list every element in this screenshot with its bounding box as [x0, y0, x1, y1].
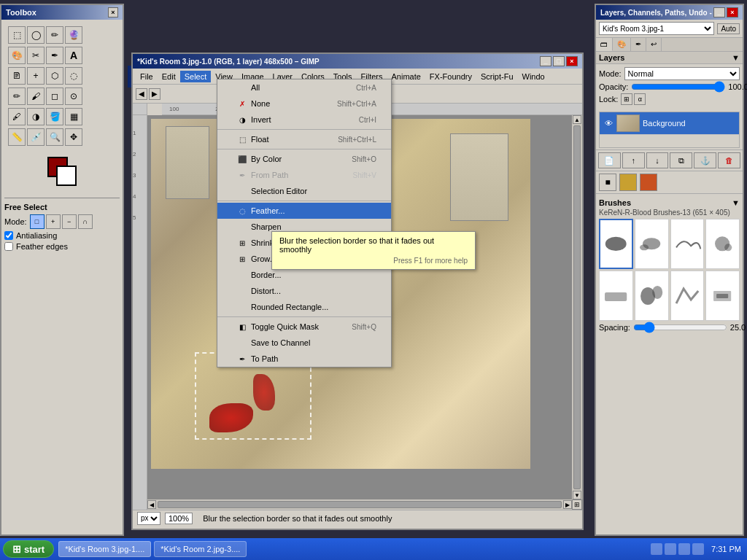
unit-select[interactable]: px: [137, 512, 160, 525]
color-accent1[interactable]: [619, 174, 637, 191]
tool-measure[interactable]: 📏: [8, 128, 26, 146]
canvas-expand-btn[interactable]: ⊞: [572, 499, 582, 510]
move-layer-up-btn[interactable]: ↑: [622, 152, 645, 168]
brushes-expand-btn[interactable]: ▼: [732, 198, 740, 207]
menu-select-to-path[interactable]: ✒ To Path: [217, 351, 391, 367]
tab-paths[interactable]: ✒: [631, 38, 646, 51]
layers-minimize-btn[interactable]: _: [713, 7, 725, 18]
tool-pencil[interactable]: ✏: [8, 88, 26, 105]
menu-scriptfu[interactable]: Script-Fu: [476, 71, 518, 82]
start-button[interactable]: ⊞ start: [3, 540, 54, 558]
gimp-maximize-btn[interactable]: □: [553, 56, 565, 66]
tool-paint[interactable]: 🖌: [27, 88, 44, 105]
menu-select-none[interactable]: ✗ None Shift+Ctrl+A: [217, 96, 391, 112]
spacing-slider[interactable]: [633, 323, 727, 332]
tool-colorpicker[interactable]: 💉: [27, 128, 44, 146]
scrollbar-vertical[interactable]: ▲ ▼: [572, 115, 582, 499]
menu-select-save-channel[interactable]: Save to Channel: [217, 335, 391, 351]
brush-cell-5[interactable]: [599, 271, 633, 321]
brush-cell-2[interactable]: [635, 219, 669, 269]
mode-intersect[interactable]: ∩: [78, 214, 93, 229]
menu-select[interactable]: Select: [180, 71, 212, 82]
scrollbar-horizontal[interactable]: ◀ ▶: [147, 499, 572, 510]
brush-cell-7[interactable]: [670, 271, 705, 321]
tool-free-select[interactable]: ✏: [46, 26, 63, 44]
tool-fuzzy-select[interactable]: 🔮: [65, 26, 82, 44]
layer-mode-select[interactable]: Normal: [624, 67, 740, 80]
brush-cell-4[interactable]: [705, 219, 740, 269]
mode-add[interactable]: +: [46, 214, 61, 229]
brush-cell-6[interactable]: [635, 271, 669, 321]
move-layer-down-btn[interactable]: ↓: [646, 152, 669, 168]
scrollbar-v-thumb[interactable]: [573, 125, 581, 489]
menu-windo[interactable]: Windo: [518, 71, 549, 82]
menu-select-float[interactable]: ⬚ Float Shift+Ctrl+L: [217, 131, 391, 147]
toolbar-btn1[interactable]: ◀: [136, 88, 147, 100]
tool-paths[interactable]: ✒: [46, 47, 63, 64]
menu-edit[interactable]: Edit: [158, 71, 180, 82]
tray-icon-1[interactable]: [651, 543, 662, 555]
scroll-right-btn[interactable]: ▶: [563, 500, 572, 509]
delete-layer-btn[interactable]: 🗑: [718, 152, 740, 168]
menu-select-quick-mask[interactable]: ◧ Toggle Quick Mask Shift+Q: [217, 319, 391, 335]
layers-file-select[interactable]: Kid's Room 3.jpg-1: [599, 22, 714, 35]
tray-icon-4[interactable]: [692, 543, 704, 555]
menu-fx[interactable]: FX-Foundry: [425, 71, 476, 82]
tool-rect-select[interactable]: ⬚: [8, 26, 26, 44]
taskbar-item-1[interactable]: *Kid's Room 3.jpg-1....: [58, 541, 151, 557]
layer-visibility-eye[interactable]: 👁: [603, 117, 614, 129]
tab-channels[interactable]: 🎨: [613, 38, 631, 51]
menu-animate[interactable]: Animate: [387, 71, 425, 82]
tool-text[interactable]: A: [65, 47, 82, 64]
brush-cell-8[interactable]: [705, 271, 740, 321]
scroll-left-btn[interactable]: ◀: [147, 500, 156, 509]
tool-move[interactable]: ✥: [65, 128, 82, 146]
mode-subtract[interactable]: −: [62, 214, 77, 229]
opacity-slider[interactable]: [631, 82, 725, 91]
scrollbar-h-thumb[interactable]: [158, 501, 562, 508]
layers-expand-btn[interactable]: ▼: [732, 53, 740, 62]
tool-ink[interactable]: 🖋: [8, 108, 26, 125]
tray-icon-2[interactable]: [665, 543, 676, 555]
tool-dodge[interactable]: ◑: [27, 108, 44, 125]
new-layer-btn[interactable]: 📄: [598, 152, 621, 168]
tool-eraser[interactable]: ◻: [46, 88, 63, 105]
brush-cell-3[interactable]: [670, 219, 705, 269]
menu-select-editor[interactable]: Selection Editor: [217, 183, 391, 199]
tool-clone[interactable]: 🖹: [8, 67, 26, 85]
brush-cell-1[interactable]: [599, 219, 633, 269]
tool-ellipse-select[interactable]: ◯: [27, 26, 44, 44]
bg-color[interactable]: [56, 166, 77, 186]
tab-layers[interactable]: 🗃: [596, 38, 613, 51]
menu-file[interactable]: File: [136, 71, 158, 82]
layers-auto-btn[interactable]: Auto: [717, 23, 740, 34]
gimp-minimize-btn[interactable]: _: [540, 56, 551, 66]
tab-undo[interactable]: ↩: [646, 38, 662, 51]
tool-heal[interactable]: +: [27, 67, 44, 85]
tool-zoom[interactable]: 🔍: [46, 128, 63, 146]
menu-select-distort[interactable]: Distort...: [217, 283, 391, 299]
anchor-layer-btn[interactable]: ⚓: [694, 152, 716, 168]
gimp-close-btn[interactable]: ×: [566, 56, 578, 66]
scroll-down-btn[interactable]: ▼: [573, 491, 581, 499]
scroll-up-btn[interactable]: ▲: [573, 115, 581, 124]
duplicate-layer-btn[interactable]: ⧉: [670, 152, 692, 168]
taskbar-item-2[interactable]: *Kid's Room 2.jpg-3....: [154, 541, 247, 557]
tool-color-select[interactable]: 🎨: [8, 47, 26, 64]
antialiasing-checkbox[interactable]: [4, 231, 13, 240]
menu-select-rounded-rect[interactable]: Rounded Rectangle...: [217, 299, 391, 315]
tool-blend[interactable]: ▦: [65, 108, 82, 125]
layer-item-background[interactable]: 👁 Background: [600, 112, 739, 135]
tool-blur[interactable]: ◌: [65, 67, 82, 85]
feather-checkbox[interactable]: [4, 242, 13, 251]
menu-select-feather[interactable]: ◌ Feather...: [217, 203, 391, 219]
toolbox-close-btn[interactable]: ×: [108, 7, 118, 18]
menu-select-all[interactable]: All Ctrl+A: [217, 79, 391, 96]
menu-select-by-color[interactable]: ⬛ By Color Shift+O: [217, 151, 391, 167]
toolbar-btn2[interactable]: ▶: [149, 88, 160, 100]
lock-position-btn[interactable]: ⊞: [621, 93, 632, 105]
tool-bucket[interactable]: 🪣: [46, 108, 63, 125]
tool-scissors[interactable]: ✂: [27, 47, 44, 64]
tool-airbrush[interactable]: ⊙: [65, 88, 82, 105]
layers-close-btn[interactable]: ×: [727, 7, 738, 18]
